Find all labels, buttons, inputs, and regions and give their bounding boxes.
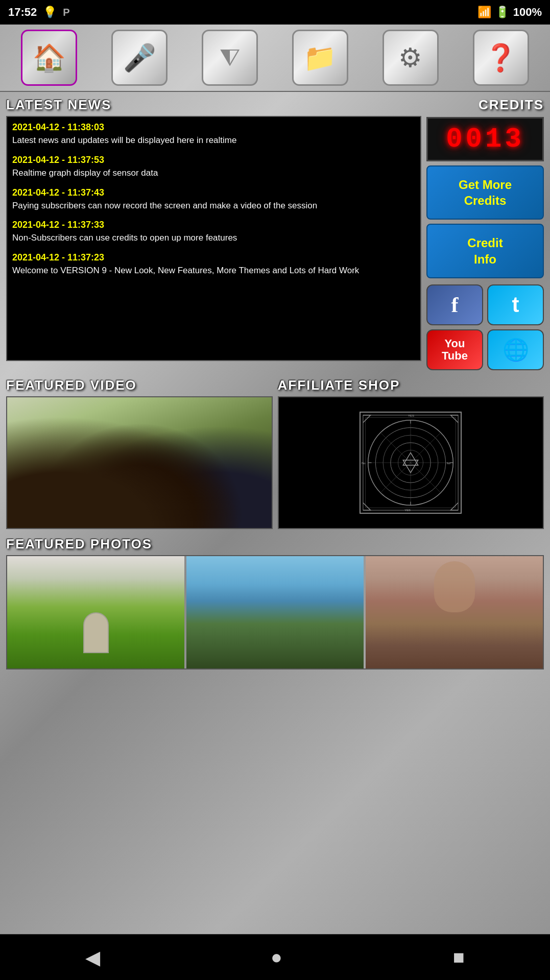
news-timestamp-4: 2021-04-12 - 11:37:33 [12,220,415,230]
news-title: LATEST NEWS [6,97,421,113]
featured-photos-title: FEATURED PHOTOS [6,536,544,552]
twitter-icon: t [512,293,519,317]
status-right: 📶 🔋 100% [477,6,542,19]
sliders-button[interactable]: ⧨ [202,30,258,86]
mic-icon: 🎤 [123,42,156,74]
affiliate-thumbnail[interactable]: YES YES No No [278,396,544,529]
featured-video-section: FEATURED VIDEO [6,377,273,529]
settings-button[interactable]: ⚙ [382,30,439,86]
featured-row: FEATURED VIDEO AFFILIATE SHOP [6,377,544,529]
news-item-1: 2021-04-12 - 11:38:03 Latest news and up… [12,122,415,147]
news-text-3: Paying subscribers can now record the sc… [12,200,415,212]
folder-icon: 📁 [303,42,337,74]
status-time: 17:52 [8,6,37,19]
youtube-icon: YouTube [442,338,468,362]
status-bar: 17:52 💡 P 📶 🔋 100% [0,0,550,25]
home-button[interactable]: 🏠 [21,30,77,86]
help-icon: ❓ [484,42,517,74]
credits-value: 0013 [446,124,524,155]
back-button[interactable]: ◀ [70,941,115,974]
web-button[interactable]: 🌐 [487,329,544,370]
news-timestamp-2: 2021-04-12 - 11:37:53 [12,155,415,165]
news-timestamp-5: 2021-04-12 - 11:37:23 [12,252,415,263]
settings-icon: ⚙ [398,42,422,73]
mic-button[interactable]: 🎤 [111,30,168,86]
bottom-nav: ◀ ● ■ [0,934,550,980]
battery-icon: 🔋 [495,6,509,19]
social-icons: f t YouTube 🌐 [426,284,544,370]
status-left: 17:52 💡 P [8,6,70,19]
photo-1[interactable] [7,556,184,668]
wifi-icon: 📶 [477,6,491,19]
p-icon: P [63,7,69,18]
folder-button[interactable]: 📁 [292,30,348,86]
svg-text:No: No [447,462,451,465]
news-text-1: Latest news and updates will be displaye… [12,134,415,147]
battery-level: 100% [513,6,542,19]
video-thumbnail[interactable] [6,396,273,529]
get-more-credits-button[interactable]: Get MoreCredits [426,165,544,220]
home-nav-button[interactable]: ● [255,941,298,973]
credit-info-button[interactable]: CreditInfo [426,224,544,278]
astro-circle-svg: YES YES No No [360,412,462,514]
youtube-button[interactable]: YouTube [426,329,483,370]
svg-text:No: No [362,462,366,465]
featured-video-title: FEATURED VIDEO [6,377,273,393]
news-section: LATEST NEWS 2021-04-12 - 11:38:03 Latest… [6,97,421,370]
home-icon: 🏠 [33,42,66,74]
globe-icon: 🌐 [503,337,529,362]
recent-icon: ■ [453,946,465,968]
credits-title: CREDITS [426,97,544,113]
news-text-5: Welcome to VERSION 9 - New Look, New Fea… [12,265,415,277]
photo-3[interactable] [366,556,543,668]
svg-text:YES: YES [404,509,411,512]
featured-photos-section: FEATURED PHOTOS [6,536,544,670]
news-text-4: Non-Subscribers can use credits to open … [12,232,415,244]
credits-section: CREDITS 0013 Get MoreCredits CreditInfo … [426,97,544,370]
sliders-icon: ⧨ [220,43,240,73]
news-item-3: 2021-04-12 - 11:37:43 Paying subscribers… [12,187,415,212]
news-text-2: Realtime graph display of sensor data [12,167,415,179]
toolbar: 🏠 🎤 ⧨ 📁 ⚙ ❓ [0,25,550,92]
video-image [7,397,272,528]
svg-text:YES: YES [408,414,414,417]
recent-button[interactable]: ■ [438,941,480,973]
news-timestamp-3: 2021-04-12 - 11:37:43 [12,187,415,198]
top-section: LATEST NEWS 2021-04-12 - 11:38:03 Latest… [6,97,544,370]
news-timestamp-1: 2021-04-12 - 11:38:03 [12,122,415,133]
credits-display: 0013 [426,117,544,161]
bulb-icon: 💡 [43,6,57,19]
affiliate-section: AFFILIATE SHOP [278,377,544,529]
news-box: 2021-04-12 - 11:38:03 Latest news and up… [6,116,421,361]
news-item-2: 2021-04-12 - 11:37:53 Realtime graph dis… [12,155,415,179]
photos-grid [6,555,544,670]
news-item-5: 2021-04-12 - 11:37:23 Welcome to VERSION… [12,252,415,277]
facebook-button[interactable]: f [426,284,483,325]
main-content: LATEST NEWS 2021-04-12 - 11:38:03 Latest… [0,92,550,763]
facebook-icon: f [451,293,459,317]
twitter-button[interactable]: t [487,284,544,325]
bottom-spacer [6,677,544,758]
help-button[interactable]: ❓ [473,30,529,86]
affiliate-title: AFFILIATE SHOP [278,377,544,393]
back-icon: ◀ [85,947,100,968]
home-nav-icon: ● [271,946,282,968]
photo-2[interactable] [186,556,364,668]
news-item-4: 2021-04-12 - 11:37:33 Non-Subscribers ca… [12,220,415,244]
